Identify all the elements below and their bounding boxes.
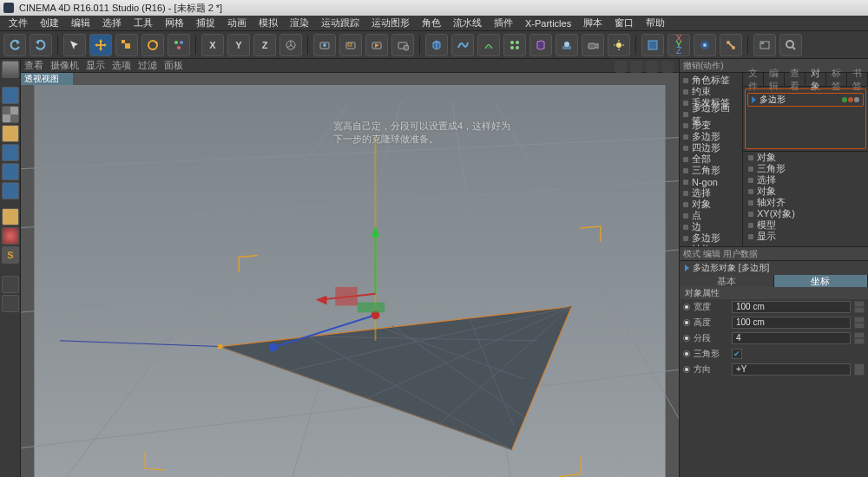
cmd-11[interactable]: 对象	[680, 199, 742, 210]
height-field[interactable]: 100 cm	[732, 317, 851, 329]
object-manager[interactable]: 文件编辑查看对象标签书签 多边形 对象三角形选择对象轴对齐XY(对象)模型显示	[743, 73, 868, 246]
segments-field[interactable]: 4	[732, 332, 851, 344]
poly-mode-icon[interactable]	[2, 182, 19, 199]
orientation-field[interactable]: +Y	[732, 363, 851, 376]
triangle-checkbox[interactable]	[732, 349, 742, 359]
x-axis-icon[interactable]: X	[201, 34, 224, 56]
objtab-标签[interactable]: 标签	[826, 73, 847, 86]
redo-button[interactable]	[30, 34, 52, 56]
array-icon[interactable]	[503, 34, 526, 56]
cmd-3[interactable]: 多边形画笔	[680, 108, 742, 120]
layer-list-right[interactable]: 对象三角形选择对象轴对齐XY(对象)模型显示	[743, 151, 868, 246]
main-toolbar[interactable]: X Y Z XYZ	[0, 31, 868, 59]
camera-icon[interactable]	[582, 34, 604, 56]
edge-mode-icon[interactable]	[2, 163, 19, 180]
joint-icon[interactable]	[720, 34, 742, 56]
attr-menu[interactable]: 模式 编辑 用户数据	[680, 247, 868, 261]
menu-脚本[interactable]: 脚本	[578, 16, 608, 29]
orientation-dropdown-icon[interactable]	[854, 363, 865, 376]
render-view-icon[interactable]	[313, 34, 336, 56]
search-icon[interactable]	[779, 34, 802, 56]
light-icon[interactable]	[608, 34, 630, 56]
width-stepper[interactable]	[854, 301, 865, 313]
menu-选择[interactable]: 选择	[97, 16, 127, 29]
width-field[interactable]: 100 cm	[732, 301, 851, 313]
xref-icon[interactable]	[641, 34, 664, 56]
menu-角色[interactable]: 角色	[417, 16, 446, 29]
last-tool-icon[interactable]	[168, 34, 190, 56]
content-browser-icon[interactable]	[753, 34, 776, 56]
perspective-viewport[interactable]: 查看摄像机显示选项过滤面板 透视视图	[21, 59, 679, 477]
menu-动画[interactable]: 动画	[222, 16, 252, 29]
command-list[interactable]: 角色标签约束毛发标签多边形画笔形变多边形四边形全部三角形N-gon选择对象点边多…	[680, 73, 743, 246]
cmd-9[interactable]: N-gon	[680, 176, 742, 187]
nurbs-icon[interactable]	[477, 34, 500, 56]
menu-文件[interactable]: 文件	[3, 16, 33, 29]
cmd-6[interactable]: 四边形	[680, 142, 742, 154]
objtab-查看[interactable]: 查看	[785, 73, 806, 86]
undo-button[interactable]	[3, 34, 26, 56]
viewport-menu[interactable]: 查看摄像机显示选项过滤面板	[21, 59, 679, 73]
height-stepper[interactable]	[854, 317, 865, 329]
vpmenu-显示[interactable]: 显示	[86, 59, 105, 72]
objtab-文件[interactable]: 文件	[743, 73, 764, 86]
coord-icon[interactable]: XYZ	[667, 34, 690, 56]
make-editable-icon[interactable]	[2, 61, 19, 78]
render-region-icon[interactable]	[339, 34, 362, 56]
mograph-icon[interactable]	[694, 34, 716, 56]
z-axis-icon[interactable]: Z	[253, 34, 276, 56]
deformer-icon[interactable]	[529, 34, 552, 56]
cmd-10[interactable]: 选择	[680, 187, 742, 199]
layer-7[interactable]: 显示	[743, 231, 868, 242]
cmd-0[interactable]: 角色标签	[680, 75, 742, 86]
render-pv-icon[interactable]	[365, 34, 388, 56]
vpmenu-摄像机[interactable]: 摄像机	[50, 59, 79, 72]
y-axis-icon[interactable]: Y	[227, 34, 250, 56]
mode-toolbar[interactable]: S	[0, 59, 21, 477]
workplane-icon[interactable]	[2, 125, 19, 142]
spline-icon[interactable]	[451, 34, 474, 56]
cmd-12[interactable]: 点	[680, 210, 742, 221]
point-mode-icon[interactable]	[2, 144, 19, 161]
cmd-8[interactable]: 三角形	[680, 165, 742, 176]
tab-coord[interactable]: 坐标	[774, 275, 869, 287]
scale-icon[interactable]	[115, 34, 138, 56]
vpmenu-查看[interactable]: 查看	[24, 59, 43, 72]
viewport-nav-icons[interactable]	[615, 61, 674, 73]
environment-icon[interactable]	[556, 34, 578, 56]
menu-插件[interactable]: 插件	[489, 16, 518, 29]
cube-primitive-icon[interactable]	[425, 34, 448, 56]
menu-帮助[interactable]: 帮助	[641, 16, 670, 29]
axis-icon[interactable]	[2, 208, 19, 225]
attr-tabs[interactable]: 基本 坐标	[680, 275, 868, 287]
menu-捕捉[interactable]: 捕捉	[191, 16, 220, 29]
object-row-polygon[interactable]: 多边形	[747, 93, 864, 107]
live-select-icon[interactable]	[63, 34, 86, 56]
object-manager-tabs[interactable]: 文件编辑查看对象标签书签	[743, 73, 868, 87]
menu-工具[interactable]: 工具	[128, 16, 158, 29]
menu-窗口[interactable]: 窗口	[609, 16, 639, 29]
menu-创建[interactable]: 创建	[35, 16, 64, 29]
menu-渲染[interactable]: 渲染	[285, 16, 314, 29]
menu-流水线[interactable]: 流水线	[448, 16, 487, 29]
texture-mode-icon[interactable]	[2, 106, 19, 123]
render-settings-icon[interactable]	[391, 34, 414, 56]
move-icon[interactable]	[89, 34, 112, 56]
soft-select-icon[interactable]	[2, 227, 19, 245]
model-mode-icon[interactable]	[2, 87, 19, 104]
objtab-对象[interactable]: 对象	[806, 73, 826, 86]
main-menu[interactable]: 文件创建编辑选择工具网格捕捉动画模拟渲染运动跟踪运动图形角色流水线插件X-Par…	[0, 16, 868, 31]
menu-运动跟踪[interactable]: 运动跟踪	[316, 16, 365, 29]
menu-编辑[interactable]: 编辑	[66, 16, 95, 29]
viewport-solo-icon[interactable]	[2, 276, 19, 293]
menu-网格[interactable]: 网格	[160, 16, 189, 29]
snap-icon[interactable]: S	[2, 246, 19, 264]
objtab-编辑[interactable]: 编辑	[764, 73, 785, 86]
menu-运动图形[interactable]: 运动图形	[366, 16, 415, 29]
menu-模拟[interactable]: 模拟	[253, 16, 283, 29]
render-solo-icon[interactable]	[2, 295, 19, 312]
coord-sys-icon[interactable]	[279, 34, 302, 56]
vpmenu-选项[interactable]: 选项	[112, 59, 131, 72]
vpmenu-过滤[interactable]: 过滤	[138, 59, 157, 72]
rotate-icon[interactable]	[141, 34, 164, 56]
